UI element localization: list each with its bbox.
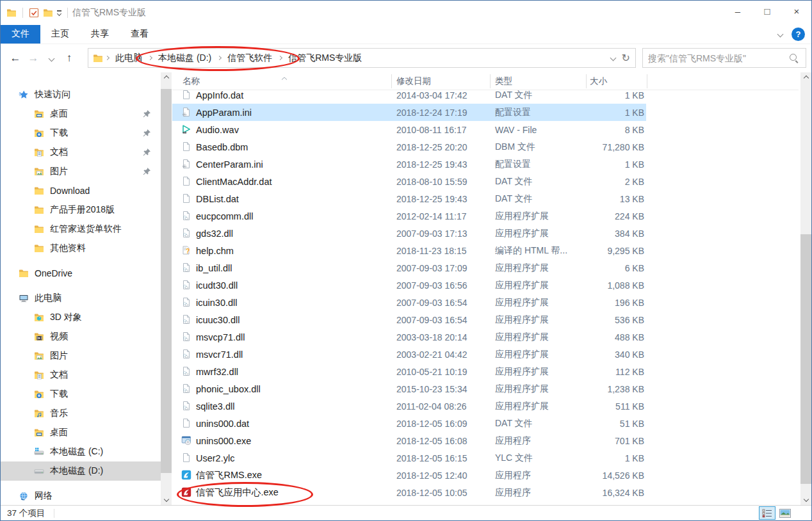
breadcrumb-separator-icon[interactable] xyxy=(276,56,284,60)
sidebar-item-本地磁盘 (D:)[interactable]: 本地磁盘 (D:) xyxy=(1,461,161,481)
refresh-icon[interactable]: ↻ xyxy=(622,52,630,64)
file-row-msvcp71.dll[interactable]: msvcp71.dll2003-03-18 20:14应用程序扩展488 KB xyxy=(172,328,799,346)
search-box[interactable] xyxy=(642,48,806,68)
file-list-scrollbar-thumb[interactable] xyxy=(800,234,811,484)
file-row-ClientMacAddr.dat[interactable]: ClientMacAddr.dat2018-08-10 15:59DAT 文件2… xyxy=(172,173,799,190)
address-bar[interactable]: 此电脑本地磁盘 (D:)信管飞软件信管飞RMS专业版 ↻ xyxy=(88,48,636,68)
file-row-Basedb.dbm[interactable]: Basedb.dbm2018-12-25 20:20DBM 文件71,280 K… xyxy=(172,138,799,156)
tab-查看[interactable]: 查看 xyxy=(120,25,159,44)
forward-button[interactable]: → xyxy=(25,50,42,67)
details-view-button[interactable] xyxy=(759,506,775,520)
tab-文件[interactable]: 文件 xyxy=(1,25,40,44)
sidebar-item-本地磁盘 (C:)[interactable]: 本地磁盘 (C:) xyxy=(1,442,161,461)
search-input[interactable] xyxy=(643,53,789,63)
recent-locations-chevron-icon[interactable] xyxy=(43,50,60,67)
breadcrumb-separator-icon[interactable] xyxy=(146,56,154,60)
file-row-mwrf32.dll[interactable]: mwrf32.dll2010-05-21 10:19应用程序扩展112 KB xyxy=(172,363,799,380)
column-header-大小[interactable]: 大小 xyxy=(590,76,607,87)
close-button[interactable]: × xyxy=(782,1,811,21)
scroll-up-icon[interactable] xyxy=(800,72,811,83)
sidebar-item-label: 快速访问 xyxy=(35,89,70,100)
file-row-CenterParam.ini[interactable]: CenterParam.ini2018-12-25 19:43配置设置1 KB xyxy=(172,156,799,173)
tab-共享[interactable]: 共享 xyxy=(80,25,120,44)
sidebar-item-桌面[interactable]: 桌面 xyxy=(1,104,161,124)
sidebar-item-3D 对象[interactable]: 3D 对象 xyxy=(1,308,161,327)
file-row-help.chm[interactable]: ?help.chm2018-11-23 18:15编译的 HTML 帮...9,… xyxy=(172,242,799,259)
breadcrumb-item[interactable]: 信管飞RMS专业版 xyxy=(284,49,366,67)
column-header-名称[interactable]: 名称 xyxy=(183,76,200,87)
file-name: mwrf32.dll xyxy=(196,367,238,377)
sidebar-item-下载[interactable]: 下载 xyxy=(1,124,161,143)
file-row-AppParam.ini[interactable]: AppParam.ini2018-12-24 17:19配置设置1 KB xyxy=(172,104,646,121)
column-header-类型[interactable]: 类型 xyxy=(495,76,512,87)
file-type: 配置设置 xyxy=(495,159,531,170)
sidebar-item-桌面[interactable]: 桌面 xyxy=(1,423,161,442)
file-row-sqlite3.dll[interactable]: sqlite3.dll2011-02-04 08:26应用程序扩展511 KB xyxy=(172,397,799,415)
breadcrumb-separator-icon[interactable] xyxy=(215,56,223,60)
maximize-button[interactable]: □ xyxy=(752,1,782,21)
breadcrumb-item[interactable]: 本地磁盘 (D:) xyxy=(154,49,215,67)
scroll-down-icon[interactable] xyxy=(161,493,172,504)
file-row-eucpcomm.dll[interactable]: eucpcomm.dll2012-02-14 11:17应用程序扩展224 KB xyxy=(172,207,799,225)
sidebar-item-文档[interactable]: 文档 xyxy=(1,143,161,162)
breadcrumb-item[interactable]: 此电脑 xyxy=(111,49,146,67)
file-row-icuin30.dll[interactable]: icuin30.dll2007-09-03 16:54应用程序扩展196 KB xyxy=(172,294,799,311)
up-button[interactable]: ↑ xyxy=(61,50,77,67)
file-name: icuuc30.dll xyxy=(196,315,240,325)
folder-download-icon xyxy=(34,128,44,138)
file-row-信管飞应用中心.exe[interactable]: 信管飞应用中心.exe2018-12-05 10:05应用程序16,324 KB xyxy=(172,484,799,501)
sidebar-item-快速访问[interactable]: 快速访问 xyxy=(1,85,161,104)
sidebar-item-文档[interactable]: 文档 xyxy=(1,365,161,385)
file-row-icuuc30.dll[interactable]: icuuc30.dll2007-09-03 16:54应用程序扩展536 KB xyxy=(172,311,799,328)
sidebar-item-其他资料[interactable]: 其他资料 xyxy=(1,239,161,258)
scroll-down-icon[interactable] xyxy=(800,493,811,504)
address-dropdown-chevron-icon[interactable] xyxy=(610,55,616,61)
file-row-unins000.exe[interactable]: unins000.exe2018-12-05 16:08应用程序701 KB xyxy=(172,432,799,449)
sidebar-item-图片[interactable]: 图片 xyxy=(1,346,161,365)
file-row-User2.ylc[interactable]: User2.ylc2018-12-05 16:15YLC 文件1 KB xyxy=(172,449,799,467)
sidebar-item-音乐[interactable]: 音乐 xyxy=(1,404,161,423)
file-row-msvcr71.dll[interactable]: msvcr71.dll2003-02-21 04:42应用程序扩展340 KB xyxy=(172,346,799,363)
qat-customize-chevron-icon[interactable] xyxy=(57,10,61,15)
file-row-gds32.dll[interactable]: gds32.dll2007-09-03 17:13应用程序扩展384 KB xyxy=(172,225,799,242)
file-row-AppInfo.dat[interactable]: AppInfo.dat2014-03-04 17:42DAT 文件1 KB xyxy=(172,86,799,104)
sidebar-item-下载[interactable]: 下载 xyxy=(1,385,161,404)
help-icon[interactable]: ? xyxy=(792,28,805,41)
file-row-Audio.wav[interactable]: Audio.wav2010-08-11 16:17WAV - File8 KB xyxy=(172,121,799,138)
sidebar-item-此电脑[interactable]: 此电脑 xyxy=(1,289,161,308)
breadcrumb-item[interactable]: 信管飞软件 xyxy=(223,49,276,67)
file-size: 71,280 KB xyxy=(569,142,644,152)
file-date: 2018-12-05 16:09 xyxy=(396,419,467,429)
sidebar-item-产品手册2018版[interactable]: 产品手册2018版 xyxy=(1,200,161,220)
column-header-修改日期[interactable]: 修改日期 xyxy=(396,76,431,87)
pin-icon xyxy=(142,109,152,119)
minimize-ribbon-chevron-icon[interactable] xyxy=(777,31,784,38)
sidebar-item-网络[interactable]: 网络 xyxy=(1,486,161,506)
search-icon[interactable] xyxy=(789,53,799,63)
sidebar-item-视频[interactable]: 视频 xyxy=(1,327,161,346)
file-row-phonic_ubox.dll[interactable]: phonic_ubox.dll2015-10-23 15:34应用程序扩展1,2… xyxy=(172,380,799,397)
sidebar-item-OneDrive[interactable]: OneDrive xyxy=(1,264,161,283)
thumbnail-view-button[interactable] xyxy=(777,506,793,520)
minimize-button[interactable]: – xyxy=(723,1,752,21)
sidebar-scrollbar[interactable] xyxy=(161,72,172,506)
file-row-信管飞RMS.exe[interactable]: 信管飞RMS.exe2018-12-05 12:40应用程序14,526 KB xyxy=(172,467,799,484)
properties-check-icon[interactable] xyxy=(29,8,39,18)
file-list-scrollbar[interactable] xyxy=(800,72,811,506)
file-row-icudt30.dll[interactable]: icudt30.dll2007-09-03 16:56应用程序扩展1,088 K… xyxy=(172,277,799,294)
file-type: 应用程序扩展 xyxy=(495,280,549,291)
sidebar-item-图片[interactable]: 图片 xyxy=(1,162,161,181)
scroll-up-icon[interactable] xyxy=(161,72,172,83)
sidebar-item-Download[interactable]: Download xyxy=(1,181,161,200)
file-row-ib_util.dll[interactable]: ib_util.dll2007-09-03 17:09应用程序扩展6 KB xyxy=(172,259,799,277)
new-folder-icon[interactable] xyxy=(43,8,53,18)
tab-主页[interactable]: 主页 xyxy=(40,25,80,44)
file-size: 1 KB xyxy=(569,453,644,463)
back-button[interactable]: ← xyxy=(7,50,24,67)
file-row-unins000.dat[interactable]: unins000.dat2018-12-05 16:09DAT 文件51 KB xyxy=(172,415,799,432)
sidebar-item-红管家送货单软件[interactable]: 红管家送货单软件 xyxy=(1,220,161,239)
file-name: unins000.exe xyxy=(196,436,251,446)
file-row-DBList.dat[interactable]: DBList.dat2018-12-25 19:43DAT 文件13 KB xyxy=(172,190,799,207)
sidebar-scrollbar-thumb[interactable] xyxy=(161,89,172,473)
breadcrumb-separator-icon[interactable] xyxy=(103,56,111,60)
